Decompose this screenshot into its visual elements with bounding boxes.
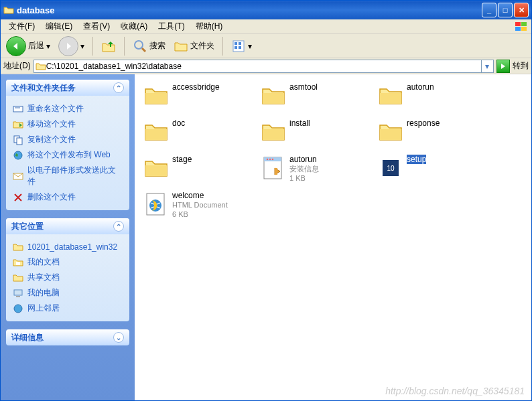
task-copy[interactable]: 复制这个文件 bbox=[13, 132, 123, 147]
places-panel-title: 其它位置 bbox=[11, 221, 44, 232]
toolbar: 后退 ▾ ▾ 搜索 文件夹 ▾ bbox=[1, 34, 531, 58]
chevron-down-icon: ▾ bbox=[248, 42, 252, 51]
folder-icon bbox=[377, 118, 404, 145]
up-button[interactable] bbox=[98, 37, 119, 55]
address-dropdown-button[interactable]: ▾ bbox=[481, 60, 492, 72]
menu-favorites[interactable]: 收藏(A) bbox=[115, 19, 153, 33]
file-item[interactable]: stage bbox=[141, 153, 259, 189]
file-list-area[interactable]: accessbridgeasmtoolautorundocinstallresp… bbox=[135, 74, 531, 400]
task-delete[interactable]: 删除这个文件 bbox=[13, 189, 123, 205]
menu-help[interactable]: 帮助(H) bbox=[190, 19, 228, 33]
menu-file[interactable]: 文件(F) bbox=[3, 19, 40, 33]
search-icon bbox=[133, 39, 147, 54]
file-label: install bbox=[289, 118, 310, 128]
svg-rect-14 bbox=[17, 138, 22, 145]
folders-button[interactable]: 文件夹 bbox=[171, 37, 217, 55]
views-button[interactable]: ▾ bbox=[228, 37, 255, 55]
back-label: 后退 bbox=[28, 40, 44, 52]
separator bbox=[222, 37, 223, 56]
folder-icon bbox=[13, 242, 23, 252]
file-item[interactable]: autorun安装信息1 KB bbox=[259, 153, 376, 189]
file-item[interactable]: welcomeHTML Document6 KB bbox=[141, 189, 259, 226]
folder-icon bbox=[260, 82, 287, 109]
file-item[interactable]: autorun bbox=[376, 81, 493, 117]
svg-rect-18 bbox=[14, 290, 22, 295]
file-item[interactable]: install bbox=[259, 117, 376, 153]
places-panel: 其它位置 ⌃ 10201_database1_win32 我的文档 共享文档 我… bbox=[6, 218, 129, 321]
file-item[interactable]: doc bbox=[141, 117, 259, 153]
folder-icon bbox=[377, 82, 404, 109]
details-panel: 详细信息 ⌄ bbox=[6, 329, 129, 345]
search-button[interactable]: 搜索 bbox=[130, 37, 168, 55]
titlebar[interactable]: database _ □ ✕ bbox=[1, 1, 531, 19]
place-my-documents[interactable]: 我的文档 bbox=[13, 254, 123, 270]
task-move[interactable]: 移动这个文件 bbox=[13, 116, 123, 132]
folder-up-icon bbox=[101, 39, 116, 54]
menu-view[interactable]: 查看(V) bbox=[78, 19, 115, 33]
task-publish[interactable]: 将这个文件发布到 Web bbox=[13, 147, 123, 163]
svg-point-25 bbox=[272, 159, 273, 160]
svg-rect-11 bbox=[13, 106, 23, 112]
network-icon bbox=[13, 303, 23, 314]
svg-point-23 bbox=[267, 159, 268, 160]
forward-arrow-icon bbox=[58, 36, 78, 56]
close-button[interactable]: ✕ bbox=[514, 3, 529, 17]
places-panel-header[interactable]: 其它位置 ⌃ bbox=[6, 218, 129, 234]
go-label: 转到 bbox=[513, 60, 529, 72]
file-label: doc bbox=[172, 118, 185, 128]
svg-point-20 bbox=[14, 305, 22, 313]
copy-icon bbox=[13, 135, 23, 145]
mail-icon bbox=[13, 171, 23, 181]
file-label: asmtool bbox=[289, 82, 318, 92]
details-panel-header[interactable]: 详细信息 ⌄ bbox=[6, 329, 129, 345]
task-rename[interactable]: 重命名这个文件 bbox=[13, 101, 123, 116]
file-label: autorun安装信息1 KB bbox=[289, 155, 319, 183]
content-area: 文件和文件夹任务 ⌃ 重命名这个文件 移动这个文件 复制这个文件 将这个文件发布… bbox=[1, 74, 531, 400]
file-label: autorun bbox=[407, 82, 434, 92]
file-item[interactable]: asmtool bbox=[259, 81, 376, 117]
tasks-panel-header[interactable]: 文件和文件夹任务 ⌃ bbox=[6, 80, 129, 96]
folder-icon bbox=[36, 61, 46, 72]
go-arrow-icon bbox=[499, 62, 507, 70]
address-input[interactable]: C:\10201_database1_win32\database ▾ bbox=[34, 60, 494, 73]
shared-folder-icon bbox=[13, 272, 23, 283]
folders-icon bbox=[174, 39, 188, 54]
go-button[interactable] bbox=[496, 60, 510, 73]
place-network[interactable]: 网上邻居 bbox=[13, 301, 123, 316]
minimize-button[interactable]: _ bbox=[482, 3, 496, 17]
forward-button[interactable]: ▾ bbox=[56, 35, 87, 58]
menu-edit[interactable]: 编辑(E) bbox=[40, 19, 78, 33]
chevron-down-icon: ⌄ bbox=[113, 332, 124, 343]
place-parent-folder[interactable]: 10201_database1_win32 bbox=[13, 240, 123, 254]
folder-icon bbox=[260, 118, 287, 145]
back-button[interactable]: 后退 ▾ bbox=[3, 35, 53, 58]
address-path: C:\10201_database1_win32\database bbox=[46, 62, 481, 71]
svg-point-4 bbox=[135, 41, 143, 49]
place-my-computer[interactable]: 我的电脑 bbox=[13, 285, 123, 301]
address-label: 地址(D) bbox=[3, 60, 31, 72]
chevron-down-icon: ▾ bbox=[46, 42, 50, 51]
file-item[interactable]: accessbridge bbox=[141, 81, 259, 117]
chevron-up-icon: ⌃ bbox=[113, 82, 124, 93]
tasks-panel: 文件和文件夹任务 ⌃ 重命名这个文件 移动这个文件 复制这个文件 将这个文件发布… bbox=[6, 80, 129, 210]
svg-line-5 bbox=[142, 48, 145, 52]
delete-icon bbox=[13, 192, 23, 203]
file-item[interactable]: 10setup bbox=[376, 153, 493, 189]
maximize-button[interactable]: □ bbox=[498, 3, 513, 17]
place-shared-docs[interactable]: 共享文档 bbox=[13, 270, 123, 285]
svg-point-24 bbox=[269, 159, 271, 160]
task-email[interactable]: 以电子邮件形式发送此文件 bbox=[13, 163, 123, 189]
separator bbox=[92, 37, 93, 56]
file-item[interactable]: response bbox=[376, 117, 493, 153]
move-icon bbox=[13, 119, 23, 130]
file-label: accessbridge bbox=[172, 82, 220, 92]
folder-icon bbox=[3, 5, 14, 15]
addressbar: 地址(D) C:\10201_database1_win32\database … bbox=[1, 58, 531, 74]
svg-rect-8 bbox=[239, 42, 241, 45]
tasks-panel-title: 文件和文件夹任务 bbox=[11, 82, 76, 94]
svg-rect-9 bbox=[235, 46, 237, 49]
search-label: 搜索 bbox=[149, 40, 165, 52]
sidebar: 文件和文件夹任务 ⌃ 重命名这个文件 移动这个文件 复制这个文件 将这个文件发布… bbox=[1, 74, 135, 400]
menu-tools[interactable]: 工具(T) bbox=[153, 19, 190, 33]
svg-rect-0 bbox=[515, 22, 521, 26]
